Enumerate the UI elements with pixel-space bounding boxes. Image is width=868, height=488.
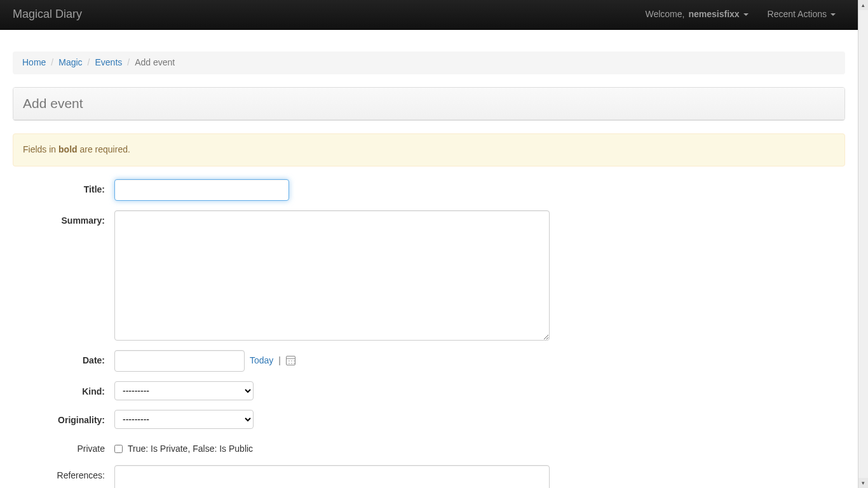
date-separator: | [278,355,281,367]
navbar-right: Welcome, nemesisfixx Recent Actions [635,2,845,27]
username: nemesisfixx [688,8,739,21]
navbar: Magical Diary Welcome, nemesisfixx Recen… [0,0,858,30]
label-title: Title: [13,179,114,196]
label-date: Date: [13,350,114,367]
row-kind: Kind: --------- [13,381,845,400]
caret-down-icon [743,13,749,16]
alert-suffix: are required. [78,144,130,154]
summary-textarea[interactable] [114,210,550,341]
title-input[interactable] [114,179,289,201]
breadcrumb-home[interactable]: Home [22,57,46,67]
recent-actions-label: Recent Actions [768,8,827,21]
row-references: References: [13,465,845,488]
caret-down-icon [831,13,836,16]
today-link[interactable]: Today [250,355,273,367]
label-private: Private [13,438,114,456]
breadcrumb-magic[interactable]: Magic [58,57,82,67]
add-event-form: Title: Summary: Date: Today | Kind: [13,179,845,488]
row-title: Title: [13,179,845,201]
container: Home Magic Events Add event Add event Fi… [0,30,858,488]
private-help-text: True: Is Private, False: Is Public [128,443,253,456]
private-checkbox[interactable] [114,445,123,453]
label-summary: Summary: [13,210,114,227]
label-originality: Originality: [13,410,114,427]
alert-prefix: Fields in [23,144,58,154]
breadcrumb: Home Magic Events Add event [13,51,845,74]
kind-select[interactable]: --------- [114,381,254,400]
welcome-prefix: Welcome, [645,8,684,21]
row-summary: Summary: [13,210,845,341]
row-originality: Originality: --------- [13,410,845,429]
brand-link[interactable]: Magical Diary [13,0,92,29]
row-private: Private True: Is Private, False: Is Publ… [13,438,845,456]
breadcrumb-events[interactable]: Events [95,57,123,67]
panel-heading: Add event [13,88,844,120]
required-fields-alert: Fields in bold are required. [13,133,845,166]
calendar-icon[interactable] [286,356,295,365]
originality-select[interactable]: --------- [114,410,254,429]
recent-actions-menu[interactable]: Recent Actions [758,2,845,27]
page-title: Add event [23,94,835,113]
page-title-panel: Add event [13,87,845,121]
alert-bold: bold [58,144,78,154]
references-textarea[interactable] [114,465,550,488]
date-input[interactable] [114,350,245,372]
breadcrumb-active: Add event [135,57,175,67]
label-kind: Kind: [13,381,114,398]
row-date: Date: Today | [13,350,845,372]
user-menu[interactable]: Welcome, nemesisfixx [635,2,757,27]
label-references: References: [13,465,114,482]
